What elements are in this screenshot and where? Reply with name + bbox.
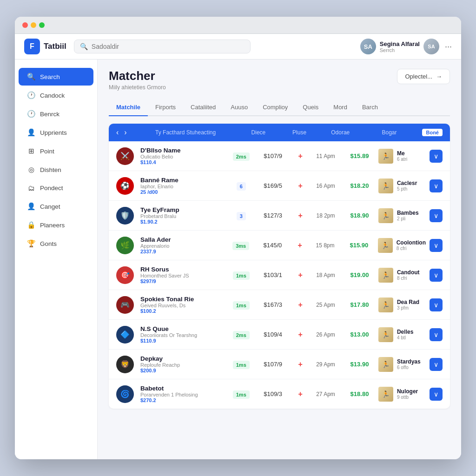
row-score: $18.20	[344, 182, 375, 189]
expand-button[interactable]: ∨	[430, 239, 443, 252]
player-sub: 6 offo	[397, 365, 421, 370]
sidebar-item-gonts[interactable]: 🏆 Gonts	[19, 235, 93, 252]
benrck-icon: 🕐	[27, 110, 35, 118]
logo-text: Tatbiil	[44, 42, 66, 51]
col-title: Ty Facthard Stuheacting	[132, 129, 239, 136]
player-name: Coolontion	[397, 239, 426, 246]
candock-icon: 🕐	[27, 91, 35, 99]
sidebar-item-point[interactable]: ⊞ Point	[19, 142, 93, 160]
close-button[interactable]	[22, 22, 28, 28]
team-sub: Porarvenden 1 Phelosing	[140, 392, 227, 397]
row-time: 29 Apm	[311, 361, 341, 368]
team-price: 2337.9	[140, 249, 226, 254]
tab-matchile[interactable]: Matchile	[109, 99, 148, 116]
sidebar-item-label: Search	[40, 73, 60, 80]
table-row: 🌀 Babetot Porarvenden 1 Phelosing $270.2…	[109, 379, 450, 409]
tab-firports[interactable]: Firports	[148, 99, 183, 116]
tab-queis[interactable]: Queis	[295, 99, 326, 116]
col-diece: Diece	[243, 129, 275, 136]
tab-mord[interactable]: Mord	[326, 99, 355, 116]
sidebar-item-canget[interactable]: 👤 Canget	[19, 198, 93, 215]
row-price: $109/4	[256, 331, 290, 338]
player-details: Caclesr 5 pth	[397, 180, 417, 192]
user-info: SA Segina Alfaral Serrch SA	[360, 39, 439, 54]
table-row: 🌿 Salla Ader Apprenalorio 2337.9 3ms $14…	[109, 231, 450, 260]
traffic-lights	[22, 22, 45, 28]
header-badge: Boné	[422, 129, 443, 136]
row-badge: 1ms	[233, 271, 250, 280]
prev-nav-icon[interactable]: ‹	[116, 128, 119, 137]
player-details: Bambes 2 pli	[397, 210, 419, 221]
gonts-icon: 🏆	[27, 239, 35, 248]
sidebar-item-benrck[interactable]: 🕐 Benrck	[19, 105, 93, 123]
expand-button[interactable]: ∨	[430, 328, 443, 341]
team-name: Spokies Tonal Rie	[140, 296, 227, 303]
next-nav-icon[interactable]: ›	[124, 128, 126, 137]
sidebar-item-planeers[interactable]: 🔒 Planeers	[19, 216, 93, 234]
team-info: N.S Quue Decoriiorats Or Tearshng $110.9	[140, 325, 227, 344]
expand-button[interactable]: ∨	[430, 358, 443, 371]
row-player: 🏃 Delles 4 btl	[378, 327, 426, 342]
team-price: 25 /d00	[140, 189, 227, 195]
player-sub: 9 ottb	[397, 395, 418, 400]
page-subtitle: Miily ahieteties Grmoro	[109, 84, 166, 91]
badge-col: 1ms	[231, 360, 252, 369]
row-badge: 6	[237, 182, 246, 191]
canget-icon: 👤	[27, 202, 35, 211]
expand-button[interactable]: ∨	[430, 209, 443, 222]
sidebar-item-candock[interactable]: 🕐 Candock	[19, 86, 93, 104]
team-logo: 🎯	[116, 266, 134, 284]
player-img: 🏃	[378, 327, 393, 342]
maximize-button[interactable]	[39, 22, 45, 28]
search-sidebar-icon: 🔍	[27, 73, 35, 81]
team-info: Salla Ader Apprenalorio 2337.9	[140, 236, 226, 254]
tab-cataliited[interactable]: Cataliited	[183, 99, 223, 116]
sidebar-item-upprients[interactable]: 👤 Upprients	[19, 124, 93, 141]
avatar: SA	[360, 39, 376, 54]
expand-button[interactable]: ∨	[430, 298, 443, 311]
row-price: $145/0	[255, 242, 290, 249]
player-img: 🏃	[378, 149, 393, 164]
player-img: 🏃	[378, 268, 393, 283]
player-details: Dea Rad 3 pfm	[397, 299, 419, 311]
team-sub: Decoriiorats Or Tearshng	[140, 332, 227, 338]
sidebar-item-label: Gonts	[40, 240, 57, 247]
sidebar-item-dishten[interactable]: ◎ Dishten	[19, 161, 93, 178]
team-info: RH Sorus Homonthed Saver JS $297/9	[140, 266, 227, 284]
team-price: $270.2	[140, 397, 227, 403]
team-name: Tye EyFramp	[140, 206, 227, 213]
expand-button[interactable]: ∨	[430, 269, 443, 282]
expand-button[interactable]: ∨	[430, 179, 443, 192]
badge-col: 3	[231, 212, 252, 220]
player-img: 🏃	[378, 178, 393, 193]
minimize-button[interactable]	[31, 22, 36, 28]
tab-auuso[interactable]: Auuso	[223, 99, 255, 116]
sidebar-item-label: Benrck	[40, 111, 60, 118]
more-options-icon[interactable]: ···	[445, 42, 452, 52]
sidebar-item-pondect[interactable]: 🗂 Pondect	[19, 179, 93, 197]
planeers-icon: 🔒	[27, 221, 35, 229]
sidebar-item-search[interactable]: 🔍 Search	[19, 68, 93, 86]
expand-button[interactable]: ∨	[430, 388, 443, 401]
tab-complioy[interactable]: Complioy	[255, 99, 295, 116]
row-time: 25 Apm	[311, 302, 341, 308]
options-button[interactable]: Oplectel... →	[397, 69, 450, 84]
row-player: 🏃 Stardyas 6 offo	[378, 357, 426, 372]
row-price: $109/3	[256, 390, 290, 397]
search-bar[interactable]: 🔍	[74, 40, 251, 53]
row-time: 16 Apm	[311, 183, 341, 189]
row-time: 11 Apm	[311, 153, 341, 159]
expand-button[interactable]: ∨	[430, 150, 443, 163]
search-input[interactable]	[92, 43, 245, 50]
row-badge: 1ms	[233, 301, 250, 310]
badge-col: 1ms	[231, 271, 252, 279]
plus-icon: +	[294, 212, 307, 220]
row-time: 27 Apm	[311, 391, 341, 397]
row-time: 18 2pm	[311, 212, 341, 219]
team-price: $297/9	[140, 278, 227, 284]
tab-barch[interactable]: Barch	[355, 99, 385, 116]
team-name: Depkay	[140, 355, 227, 362]
player-sub: 4 btl	[397, 335, 413, 340]
player-details: Candout 8 cfri	[397, 269, 420, 281]
sidebar-item-label: Upprients	[40, 129, 67, 136]
